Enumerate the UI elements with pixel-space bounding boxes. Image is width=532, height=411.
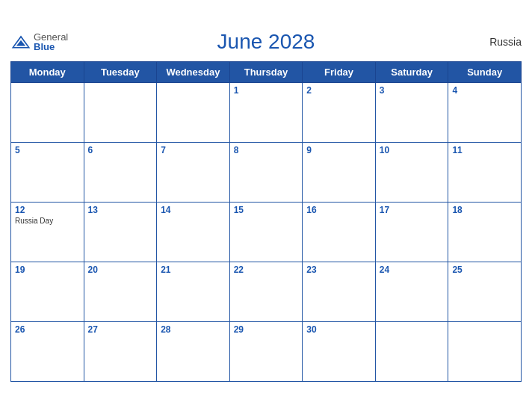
cal-cell: 19 <box>11 262 84 321</box>
header-monday: Monday <box>11 61 84 82</box>
week-row-4: 19202122232425 <box>11 262 522 321</box>
cal-cell: 21 <box>157 262 230 321</box>
cal-cell: 12Russia Day <box>11 202 84 262</box>
cal-cell: 23 <box>303 262 376 321</box>
date-number: 25 <box>452 265 517 275</box>
cal-cell <box>11 82 84 142</box>
date-number: 17 <box>380 205 445 215</box>
month-title: June 2028 <box>217 30 315 54</box>
cal-cell: 24 <box>375 262 448 321</box>
cal-cell: 8 <box>229 142 303 202</box>
date-number: 22 <box>234 265 299 275</box>
date-number: 3 <box>380 85 445 96</box>
cal-cell <box>84 82 157 142</box>
cal-cell: 9 <box>303 142 376 202</box>
cal-cell: 25 <box>448 262 522 321</box>
header-thursday: Thursday <box>229 61 303 82</box>
cal-cell: 15 <box>229 202 303 262</box>
date-number: 29 <box>234 324 299 335</box>
cal-cell: 22 <box>229 262 303 321</box>
generalblue-logo-icon <box>10 34 31 49</box>
cal-cell: 11 <box>448 142 522 202</box>
days-header-row: Monday Tuesday Wednesday Thursday Friday… <box>11 61 522 82</box>
date-number: 20 <box>88 265 153 275</box>
date-number: 15 <box>234 205 299 215</box>
date-number: 18 <box>452 205 517 215</box>
date-number: 30 <box>306 324 371 335</box>
cal-cell: 16 <box>303 202 376 262</box>
cal-cell: 29 <box>229 321 303 381</box>
date-number: 1 <box>234 85 299 96</box>
calendar-header: General Blue June 2028 Russia <box>10 27 522 57</box>
header-tuesday: Tuesday <box>84 61 157 82</box>
date-number: 27 <box>88 324 153 335</box>
date-number: 5 <box>15 145 80 155</box>
header-friday: Friday <box>303 61 376 82</box>
cal-cell <box>157 82 230 142</box>
cal-cell: 1 <box>229 82 303 142</box>
date-number: 8 <box>234 145 299 155</box>
cal-cell: 13 <box>84 202 157 262</box>
date-number: 9 <box>306 145 371 155</box>
cal-cell: 7 <box>157 142 230 202</box>
date-number: 7 <box>161 145 226 155</box>
cal-cell: 27 <box>84 321 157 381</box>
week-row-3: 12Russia Day131415161718 <box>11 202 522 262</box>
logo-area: General Blue <box>10 32 68 52</box>
cal-cell: 18 <box>448 202 522 262</box>
header-sunday: Sunday <box>448 61 522 82</box>
date-number: 13 <box>88 205 153 215</box>
cal-cell: 3 <box>375 82 448 142</box>
country-label: Russia <box>489 36 522 48</box>
date-number: 16 <box>306 205 371 215</box>
cal-cell: 10 <box>375 142 448 202</box>
cal-cell: 4 <box>448 82 522 142</box>
cal-cell: 17 <box>375 202 448 262</box>
week-row-5: 2627282930 <box>11 321 522 381</box>
date-number: 26 <box>15 324 80 335</box>
date-number: 19 <box>15 265 80 275</box>
date-number: 11 <box>452 145 517 155</box>
cal-cell: 28 <box>157 321 230 381</box>
date-number: 23 <box>306 265 371 275</box>
date-number: 2 <box>306 85 371 96</box>
cal-cell: 14 <box>157 202 230 262</box>
date-number: 6 <box>88 145 153 155</box>
calendar-table: Monday Tuesday Wednesday Thursday Friday… <box>10 61 522 382</box>
cal-cell: 5 <box>11 142 84 202</box>
cal-cell: 2 <box>303 82 376 142</box>
cal-cell: 26 <box>11 321 84 381</box>
cal-cell: 30 <box>303 321 376 381</box>
header-saturday: Saturday <box>375 61 448 82</box>
calendar-container: General Blue June 2028 Russia Monday Tue… <box>0 19 532 392</box>
date-number: 12 <box>15 205 80 215</box>
cal-cell: 20 <box>84 262 157 321</box>
logo-blue-text: Blue <box>34 42 68 52</box>
logo-general-text: General <box>34 32 68 42</box>
date-number: 24 <box>380 265 445 275</box>
cal-cell <box>375 321 448 381</box>
date-number: 14 <box>161 205 226 215</box>
cal-cell: 6 <box>84 142 157 202</box>
week-row-2: 567891011 <box>11 142 522 202</box>
date-number: 10 <box>380 145 445 155</box>
date-number: 21 <box>161 265 226 275</box>
holiday-label: Russia Day <box>15 217 80 225</box>
date-number: 4 <box>452 85 517 96</box>
header-wednesday: Wednesday <box>157 61 230 82</box>
cal-cell <box>448 321 522 381</box>
week-row-1: 1234 <box>11 82 522 142</box>
date-number: 28 <box>161 324 226 335</box>
